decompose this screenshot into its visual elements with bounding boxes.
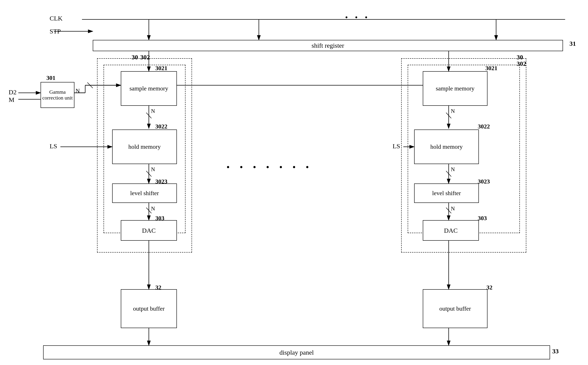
n-label-h2l-left: N <box>151 166 155 173</box>
n-label-l2d-left: N <box>151 205 155 212</box>
ref-3021-left: 3021 <box>155 65 167 72</box>
ref-32-right: 32 <box>486 284 492 291</box>
hold-memory-left-box: hold memory <box>112 129 177 164</box>
dac-right-box: DAC <box>423 220 479 241</box>
level-shifter-left-box: level shifter <box>112 183 177 203</box>
display-panel-box: display panel <box>43 345 550 359</box>
ref-301: 301 <box>46 74 55 81</box>
n-label-l2d-right: N <box>451 205 455 212</box>
ls-label-right: LS <box>393 142 400 150</box>
level-shifter-right-box: level shifter <box>414 183 479 203</box>
middle-dots: • • • • • • • <box>226 162 313 172</box>
ls-label-left: LS <box>50 142 57 150</box>
sample-memory-left-box: sample memory <box>121 71 177 106</box>
shift-register-box: shift register <box>93 40 563 51</box>
ref-33: 33 <box>552 348 559 355</box>
svg-line-37 <box>87 83 93 88</box>
n-label-h2l-right: N <box>451 166 455 173</box>
ref-30-left: 30 <box>132 54 138 61</box>
d2-label: D2 <box>9 89 17 96</box>
ref-3023-left: 3023 <box>155 178 167 185</box>
output-buffer-right-box: output buffer <box>423 289 487 328</box>
circuit-diagram: shift register CLK STP 31 • • • D2 M Gam… <box>0 0 588 365</box>
n-label-gamma: N <box>75 87 80 94</box>
dac-left-box: DAC <box>121 220 177 241</box>
sample-memory-right-box: sample memory <box>423 71 487 106</box>
ref-32-left: 32 <box>155 284 161 291</box>
ref-303-right: 303 <box>478 215 487 222</box>
n-label-s2h-left: N <box>151 108 155 114</box>
stp-label: STP <box>50 28 61 35</box>
ref-31: 31 <box>569 40 576 47</box>
m-label: M <box>9 96 14 103</box>
ref-302-left: 302 <box>140 54 150 61</box>
ref-30-right: 30 <box>517 54 523 61</box>
ref-3022-right: 3022 <box>478 123 490 130</box>
clk-dots: • • • <box>345 13 370 22</box>
n-label-s2h-right: N <box>451 108 455 114</box>
ref-302-right: 302 <box>517 60 526 67</box>
ref-3021-right: 3021 <box>485 65 497 72</box>
gamma-correction-box: Gamma correction unit <box>41 82 75 108</box>
hold-memory-right-box: hold memory <box>414 129 479 164</box>
ref-3023-right: 3023 <box>478 178 490 185</box>
output-buffer-left-box: output buffer <box>121 289 177 328</box>
ref-303-left: 303 <box>155 215 164 222</box>
ref-3022-left: 3022 <box>155 123 167 130</box>
clk-label: CLK <box>50 15 62 22</box>
